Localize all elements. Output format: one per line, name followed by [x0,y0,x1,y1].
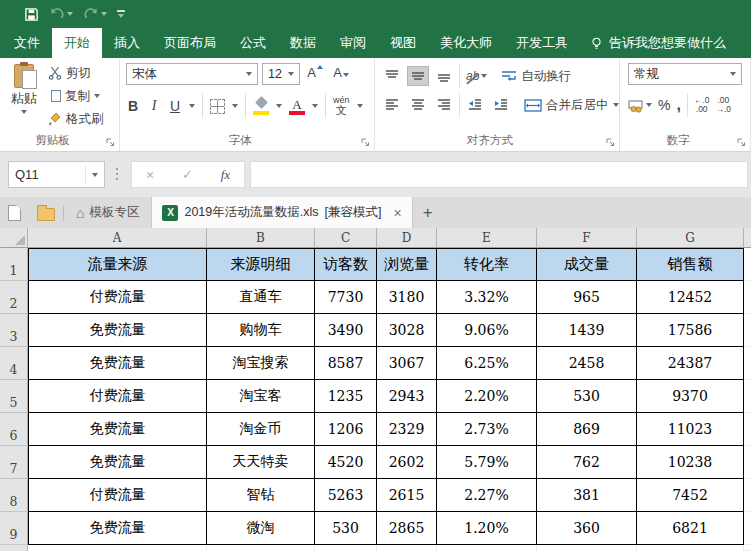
cell[interactable]: 付费流量 [28,281,207,314]
grid-gap[interactable] [744,512,751,545]
grid-gap[interactable] [744,314,751,347]
tab-view[interactable]: 视图 [378,28,428,58]
cell[interactable]: 5263 [315,479,377,512]
font-color-caret[interactable] [312,104,318,108]
cell[interactable]: 2943 [377,380,437,413]
tab-file[interactable]: 文件 [2,28,52,58]
paste-dropdown-caret[interactable] [21,110,27,114]
cell[interactable]: 360 [537,512,637,545]
fill-color-button[interactable] [253,97,269,115]
grid-gap[interactable] [744,380,751,413]
row-header-2[interactable]: 2 [0,281,28,314]
cell[interactable]: 17586 [637,314,744,347]
grid-gap[interactable] [744,545,751,551]
cell[interactable]: 免费流量 [28,347,207,380]
formula-bar-grip-icon[interactable] [116,168,118,170]
column-header-B[interactable]: B [207,228,315,248]
new-tab-button[interactable]: + [413,197,443,228]
cell[interactable]: 9.06% [437,314,537,347]
alignment-dialog-launcher[interactable] [606,138,615,147]
row-header-9[interactable]: 9 [0,512,28,545]
cell[interactable] [537,545,637,551]
grid-gap[interactable] [744,248,751,281]
document-tab-active[interactable]: X 2019年活动流量数据.xls [兼容模式] × [151,197,412,228]
cell[interactable]: 12452 [637,281,744,314]
cell[interactable]: 762 [537,446,637,479]
cell[interactable]: 6821 [637,512,744,545]
cell[interactable]: 24387 [637,347,744,380]
cell[interactable]: 访客数 [315,248,377,281]
cell[interactable]: 6.25% [437,347,537,380]
align-left-button[interactable] [381,95,403,115]
row-header-4[interactable]: 4 [0,347,28,380]
column-header-F[interactable]: F [537,228,637,248]
row-header-5[interactable]: 5 [0,380,28,413]
tab-home[interactable]: 开始 [52,28,102,58]
tab-insert[interactable]: 插入 [102,28,152,58]
cell[interactable]: 2865 [377,512,437,545]
row-header-6[interactable]: 6 [0,413,28,446]
cell[interactable]: 3.32% [437,281,537,314]
phonetic-guide-button[interactable]: wén 文 [333,96,350,116]
cell[interactable]: 付费流量 [28,380,207,413]
paste-button[interactable]: 粘贴 [4,62,44,132]
underline-dropdown-caret[interactable] [189,104,195,108]
percent-style-button[interactable]: % [658,97,670,113]
borders-button[interactable] [210,99,225,114]
align-top-button[interactable] [381,66,403,86]
tab-beautify-master[interactable]: 美化大师 [428,28,504,58]
select-all-corner[interactable] [0,228,28,248]
cell[interactable]: 3180 [377,281,437,314]
increase-font-button[interactable]: A [304,63,326,85]
cell[interactable]: 免费流量 [28,446,207,479]
copy-dropdown-caret[interactable] [94,94,100,98]
cell[interactable]: 淘宝搜索 [207,347,315,380]
cell[interactable]: 天天特卖 [207,446,315,479]
name-box[interactable]: Q11 [8,161,105,188]
cell[interactable]: 3490 [315,314,377,347]
cell[interactable]: 530 [537,380,637,413]
cell[interactable]: 7730 [315,281,377,314]
cell[interactable]: 869 [537,413,637,446]
cell[interactable]: 1439 [537,314,637,347]
align-bottom-button[interactable] [433,66,455,86]
cell[interactable]: 11023 [637,413,744,446]
redo-dropdown-caret[interactable] [101,12,107,16]
cell[interactable]: 2602 [377,446,437,479]
cell[interactable] [637,545,744,551]
borders-dropdown-caret[interactable] [232,104,238,108]
decrease-font-button[interactable]: A [330,63,352,85]
tab-page-layout[interactable]: 页面布局 [152,28,228,58]
cell[interactable]: 4520 [315,446,377,479]
cell[interactable]: 381 [537,479,637,512]
cell[interactable]: 淘宝客 [207,380,315,413]
cell[interactable]: 2329 [377,413,437,446]
save-button[interactable] [24,7,39,22]
grid-gap[interactable] [744,281,751,314]
number-format-combo[interactable]: 常规 [628,63,742,85]
cell[interactable]: 微淘 [207,512,315,545]
enter-button[interactable]: ✓ [182,167,193,182]
cell[interactable]: 965 [537,281,637,314]
cell[interactable]: 8587 [315,347,377,380]
cell[interactable]: 2615 [377,479,437,512]
orientation-button[interactable]: ab [464,69,489,83]
column-header-A[interactable]: A [28,228,207,248]
tab-data[interactable]: 数据 [278,28,328,58]
number-dialog-launcher[interactable] [737,138,746,147]
cell[interactable]: 销售额 [637,248,744,281]
cell[interactable]: 10238 [637,446,744,479]
cell[interactable]: 免费流量 [28,314,207,347]
undo-button[interactable] [49,7,73,21]
tab-formulas[interactable]: 公式 [228,28,278,58]
insert-function-button[interactable]: fx [221,167,230,183]
row-header-8[interactable]: 8 [0,479,28,512]
cell[interactable]: 2458 [537,347,637,380]
font-size-combo[interactable]: 12 [262,63,300,85]
cell[interactable] [377,545,437,551]
cell[interactable] [437,545,537,551]
row-header-10[interactable] [0,545,28,551]
grid-gap[interactable] [744,446,751,479]
font-name-combo[interactable]: 宋体 [126,63,258,85]
open-folder-button[interactable] [29,197,63,228]
